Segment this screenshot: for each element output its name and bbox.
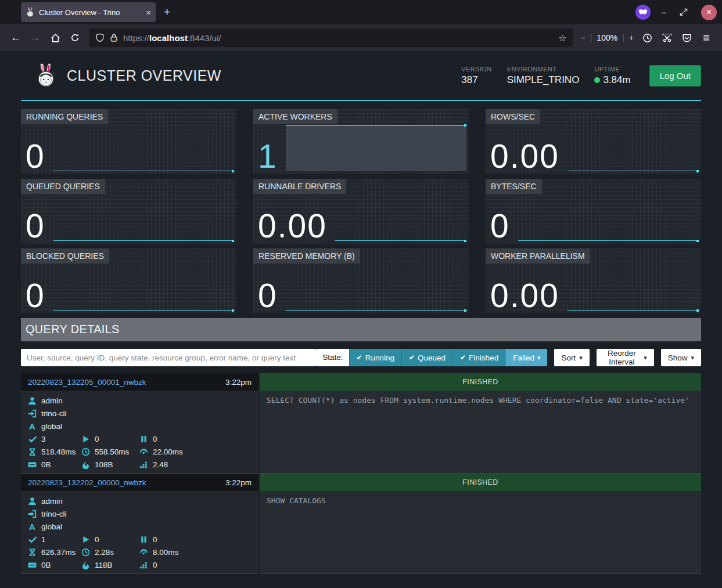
new-tab-button[interactable]: + xyxy=(164,6,170,19)
dropdown-button-group: Sort ▾ Reorder Interval ▾ Show ▾ xyxy=(547,349,701,366)
queued-splits: 0 xyxy=(139,533,252,546)
gauge-icon xyxy=(139,548,148,557)
logout-button[interactable]: Log Out xyxy=(649,65,701,86)
pause-icon xyxy=(139,535,148,544)
pocket-icon xyxy=(682,33,692,43)
window-close-button[interactable]: × xyxy=(701,5,717,20)
check-icon: ✔ xyxy=(460,353,466,362)
state-button-group: ✔ Running ✔ Queued ✔ Finished Failed ▾ xyxy=(349,349,548,366)
stat-body: 0 xyxy=(26,265,234,311)
stat-sparkline xyxy=(335,195,466,241)
menu-button[interactable]: ≡ xyxy=(698,29,715,46)
stat-body: 0.00 xyxy=(490,125,699,171)
state-filter-button[interactable]: ✔ Queued xyxy=(401,349,452,366)
forward-button[interactable]: → xyxy=(27,29,44,46)
completed-splits-value: 1 xyxy=(41,535,46,544)
parallelism-value: 0 xyxy=(153,561,157,569)
query-search-input[interactable] xyxy=(21,349,317,366)
user-icon xyxy=(28,396,37,405)
dropdown-button[interactable]: Show ▾ xyxy=(661,349,701,366)
window-minimize-button[interactable]: − xyxy=(661,8,666,17)
state-filter-button[interactable]: ✔ Running xyxy=(349,349,401,366)
pocket-button[interactable] xyxy=(678,29,695,46)
check-icon xyxy=(28,435,37,443)
cpu-time: 8.00ms xyxy=(139,546,252,558)
home-button[interactable] xyxy=(46,29,64,46)
tab-close-icon[interactable]: × xyxy=(146,8,151,17)
state-filter-button[interactable]: Failed ▾ xyxy=(505,349,547,366)
running-splits-value: 0 xyxy=(95,435,99,443)
query-list: 20220823_132205_00001_nwbzk 3:22pm FINIS… xyxy=(21,373,701,574)
stat-body: 0 xyxy=(258,265,466,311)
history-button[interactable] xyxy=(638,29,656,46)
stat-card: WORKER PARALLELISM 0.00 xyxy=(486,248,701,313)
bookmark-star-icon[interactable]: ☆ xyxy=(558,33,566,44)
zoom-level[interactable]: 100% xyxy=(597,33,617,42)
stat-label: BYTES/SEC xyxy=(486,179,542,194)
state-filter-label: State: xyxy=(317,349,349,366)
query-source-row: trino-cli xyxy=(28,407,252,420)
stat-label: BLOCKED QUERIES xyxy=(21,248,109,264)
stat-sparkline xyxy=(53,125,234,171)
query-time: 3:22pm xyxy=(225,378,252,387)
resource-group-icon: A xyxy=(28,522,37,532)
parallelism: 2.48 xyxy=(139,458,252,471)
zoom-out-button[interactable]: − xyxy=(581,33,585,42)
memory-icon xyxy=(28,460,37,469)
trino-logo xyxy=(35,63,57,88)
query-id-link[interactable]: 20220823_132205_00001_nwbzk xyxy=(28,378,146,387)
window-restore-button[interactable] xyxy=(679,8,688,17)
stat-body: 1 xyxy=(258,125,466,171)
gauge-icon xyxy=(139,448,148,456)
resource-group-icon: A xyxy=(28,421,37,431)
parallelism: 0 xyxy=(139,558,252,571)
browser-tab[interactable]: Cluster Overview - Trino × xyxy=(21,2,156,22)
cluster-overview-header: CLUSTER OVERVIEW VERSION 387 ENVIRONMENT… xyxy=(21,51,701,101)
zoom-in-button[interactable]: + xyxy=(629,33,634,42)
zoom-controls: − | 100% | + xyxy=(581,33,634,42)
query-sql-text: SHOW CATALOGS xyxy=(260,491,701,574)
play-icon xyxy=(81,535,90,544)
state-filter-button[interactable]: ✔ Finished xyxy=(452,349,505,366)
chevron-down-icon: ▾ xyxy=(691,354,694,362)
dropdown-button[interactable]: Reorder Interval ▾ xyxy=(597,349,654,366)
state-button-label: Finished xyxy=(469,353,498,362)
stat-sparkline xyxy=(518,195,699,241)
page-title: CLUSTER OVERVIEW xyxy=(67,67,221,84)
environment-label: ENVIRONMENT xyxy=(507,66,580,73)
stat-value: 0.00 xyxy=(490,280,567,311)
hourglass-icon xyxy=(28,548,37,557)
stat-card: RESERVED MEMORY (B) 0 xyxy=(253,248,469,313)
reload-icon xyxy=(70,33,80,42)
screenshot-button[interactable] xyxy=(658,29,676,46)
version-label: VERSION xyxy=(461,66,491,73)
stat-label: WORKER PARALLELISM xyxy=(486,248,590,264)
version-block: VERSION 387 xyxy=(461,66,491,86)
cumulative-memory-value: 118B xyxy=(95,561,113,569)
separator: | xyxy=(590,33,592,42)
stat-card: RUNNING QUERIES 0 xyxy=(21,109,236,174)
stat-label: ROWS/SEC xyxy=(486,109,540,124)
back-button[interactable]: ← xyxy=(7,29,24,46)
lock-warning-icon xyxy=(109,33,118,42)
query-id-link[interactable]: 20220823_132202_00000_nwbzk xyxy=(28,478,146,487)
wall-time: 518.48ms xyxy=(28,445,81,458)
query-source: trino-cli xyxy=(41,409,67,418)
stat-sparkline xyxy=(286,265,466,311)
current-memory-value: 0B xyxy=(41,460,51,469)
url-bar[interactable]: https://localhost:8443/ui/ ☆ xyxy=(89,28,573,47)
stat-value: 0 xyxy=(26,141,53,171)
separator: | xyxy=(622,33,624,42)
dropdown-button[interactable]: Sort ▾ xyxy=(554,349,589,366)
reload-button[interactable] xyxy=(66,29,84,46)
cumulative-memory-value: 108B xyxy=(95,460,113,469)
stat-label: QUEUED QUERIES xyxy=(21,179,105,194)
query-meta-panel: admin trino-cli A global 1 0 xyxy=(21,491,260,574)
stat-sparkline xyxy=(53,265,234,311)
stat-card: QUEUED QUERIES 0 xyxy=(21,179,236,244)
queued-splits-value: 0 xyxy=(153,535,157,544)
stat-value: 0 xyxy=(26,211,53,241)
stat-card: BLOCKED QUERIES 0 xyxy=(21,248,236,313)
chevron-down-icon: ▾ xyxy=(644,354,647,362)
private-browsing-badge xyxy=(635,5,651,20)
